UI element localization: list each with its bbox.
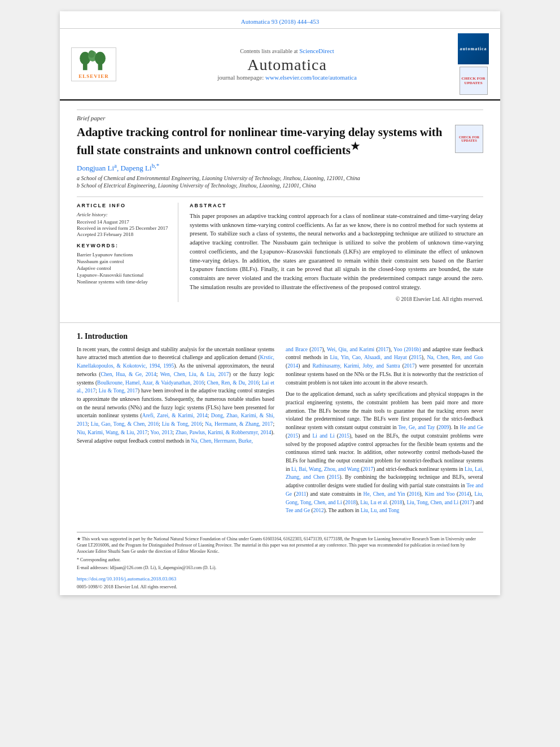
intro-right-col: and Brace (2017), Wei, Qiu, and Karimi (… bbox=[286, 346, 483, 515]
ref-na-chen-ren[interactable]: Na, Chen, Ren, and Guo bbox=[427, 355, 483, 360]
abstract-col: ABSTRACT This paper proposes an adaptive… bbox=[190, 203, 483, 302]
keyword-2: Nussbaum gain control bbox=[77, 259, 170, 264]
copyright: © 2018 Elsevier Ltd. All rights reserved… bbox=[190, 296, 483, 302]
ref-yoo2013[interactable]: Yoo, 2013 bbox=[150, 430, 172, 435]
doi-link-footer[interactable]: https://doi.org/10.1016/j.automatica.201… bbox=[77, 576, 176, 582]
journal-header: Automatica 93 (2018) 444–453 bbox=[60, 11, 500, 29]
title-star: ★ bbox=[351, 141, 360, 152]
page: Automatica 93 (2018) 444–453 ELSEVIER Co… bbox=[60, 11, 500, 595]
intro-left-col: In recent years, the control design and … bbox=[77, 346, 274, 515]
affiliation-a: a School of Chemical and Environmental E… bbox=[77, 175, 483, 181]
ref-arefi[interactable]: Arefi, Zarei, & Karimi, 2014 bbox=[142, 413, 208, 418]
author-dapeng[interactable]: Dapeng Li bbox=[120, 164, 151, 172]
journal-homepage: journal homepage: www.elsevier.com/locat… bbox=[116, 74, 458, 81]
keywords-heading: Keywords: bbox=[77, 243, 170, 248]
homepage-url[interactable]: www.elsevier.com/locate/automatica bbox=[265, 74, 357, 81]
contents-text: Contents lists available at bbox=[240, 48, 298, 54]
footnote-section: ★ This work was supported in part by the… bbox=[77, 532, 483, 571]
ref-liu-tong2017[interactable]: Liu & Tong, 2017 bbox=[99, 388, 138, 394]
revised-date: Received in revised form 25 December 201… bbox=[77, 225, 170, 231]
journal-title-area: Contents lists available at ScienceDirec… bbox=[116, 47, 458, 81]
ref-kim-yoo[interactable]: Kim and Yoo bbox=[425, 491, 454, 497]
affiliation-b: b School of Electrical Engineering, Liao… bbox=[77, 182, 483, 189]
introduction-section: 1. Introduction In recent years, the con… bbox=[60, 332, 500, 526]
accepted-date: Accepted 23 February 2018 bbox=[77, 231, 170, 237]
ref-brace-year[interactable]: 2017 bbox=[311, 347, 322, 352]
ref-krstic[interactable]: Krstic, Kanellakopoulos, & Kokotovic, 19… bbox=[77, 355, 274, 369]
ref-niu[interactable]: Niu, Karimi, Wang, & Liu, 2017 bbox=[77, 430, 147, 435]
footnote-email: E-mail addresses: ldljuan@126.com (D. Li… bbox=[77, 565, 483, 571]
ref-liu-lai-year[interactable]: 2015 bbox=[329, 474, 340, 480]
ref-chen2014[interactable]: Chen, Hua, & Ge, 2014 bbox=[100, 372, 156, 377]
article-info-col: ARTICLE INFO Article history: Received 1… bbox=[77, 203, 178, 302]
ref-liu-yin[interactable]: Liu, Yin, Cao, Alsaadi, and Hayat bbox=[330, 355, 406, 360]
doi-footer: https://doi.org/10.1016/j.automatica.201… bbox=[60, 573, 500, 584]
keyword-4: Lyapunov–Krasovskii functional bbox=[77, 272, 170, 278]
ref-he-ge-year[interactable]: 2015 bbox=[287, 433, 298, 439]
badge-area: automatica CHECK FORUPDATES bbox=[458, 33, 489, 95]
ref-liu-tong-chen[interactable]: Liu, Tong, Chen, and Li bbox=[406, 500, 458, 505]
authors: Dongjuan Lia, Dapeng Lib,* bbox=[77, 162, 483, 173]
ref-liu-gong-year[interactable]: 2018 bbox=[345, 500, 356, 505]
ref-li-bai-year[interactable]: 2017 bbox=[362, 466, 373, 472]
ref-boulkroune[interactable]: Boulkroune, Hamel, Azar, & Vaidyanathan,… bbox=[97, 380, 204, 386]
ref-na-herrmann[interactable]: Na, Herrmann, & Zhang, 2017 bbox=[205, 421, 273, 427]
ref-li-li[interactable]: Li and Li bbox=[313, 433, 335, 439]
check-updates-badge: CHECK FORUPDATES bbox=[460, 67, 488, 95]
ref-zhao[interactable]: Zhao, Pawlus, Karimi, & Robbersmyr, 2014 bbox=[176, 430, 272, 435]
elsevier-logo-area: ELSEVIER bbox=[71, 47, 116, 81]
ref-tee-ge2012-year[interactable]: 2012 bbox=[313, 508, 324, 513]
ref-wei[interactable]: Wei, Qiu, and Karimi bbox=[327, 347, 374, 352]
ref-liu-tong2016[interactable]: Liu & Tong, 2016 bbox=[162, 421, 202, 427]
journal-name: Automatica bbox=[116, 56, 458, 74]
ref-tee-ge-tay-year[interactable]: 2009 bbox=[439, 425, 449, 430]
ref-brace[interactable]: and Brace bbox=[286, 347, 308, 352]
ref-he-ge[interactable]: He and Ge bbox=[460, 425, 483, 430]
ref-wei-year[interactable]: 2017 bbox=[378, 347, 389, 352]
ref-rathinasamy-year[interactable]: 2017 bbox=[404, 363, 415, 369]
history-label: Article history: bbox=[77, 212, 170, 217]
ref-wen2017[interactable]: Wen, Chen, Liu, & Liu, 2017 bbox=[160, 372, 229, 377]
automatica-badge: automatica bbox=[458, 33, 489, 64]
keyword-5: Nonlinear systems with time-delay bbox=[77, 279, 170, 285]
abstract-heading: ABSTRACT bbox=[190, 203, 483, 208]
ref-na-chen-ren-year[interactable]: 2014 bbox=[287, 363, 298, 369]
footnote-corresponding: * Corresponding author. bbox=[77, 557, 483, 563]
ref-rathinasamy[interactable]: Rathinasamy, Karimi, Joby, and Santra bbox=[312, 363, 400, 369]
check-updates-small: CHECK FORUPDATES bbox=[455, 125, 483, 153]
ref-na-chen-herrmann[interactable]: Na, Chen, Herrmann, Burke, bbox=[191, 438, 252, 444]
svg-point-5 bbox=[88, 50, 94, 57]
ref-tee-ge2012[interactable]: Tee and Ge bbox=[286, 508, 310, 513]
elsevier-logo-box: ELSEVIER bbox=[71, 47, 116, 81]
ref-he-chen-yin[interactable]: He, Chen, and Yin bbox=[364, 491, 405, 497]
ref-he-chen-yin-year[interactable]: 2016 bbox=[409, 491, 419, 497]
intro-right-text: and Brace (2017), Wei, Qiu, and Karimi (… bbox=[286, 346, 483, 387]
ref-liu-gao[interactable]: Liu, Gao, Tong, & Chen, 2016 bbox=[91, 421, 159, 427]
sciencedirect-link[interactable]: ScienceDirect bbox=[299, 47, 334, 54]
ref-liu-lu-year[interactable]: 2018 bbox=[391, 500, 402, 505]
doi-link[interactable]: Automatica 93 (2018) 444–453 bbox=[241, 18, 319, 25]
ref-yoo2016b[interactable]: Yoo (2016b) bbox=[393, 347, 421, 352]
ref-liu-yin-year[interactable]: 2015 bbox=[411, 355, 422, 360]
ref-tee-ge-tay[interactable]: Tee, Ge, and Tay bbox=[398, 425, 435, 430]
elsevier-tree-icon bbox=[77, 50, 111, 72]
section-title: 1. Introduction bbox=[77, 332, 483, 341]
ref-tee-ge2011-year[interactable]: 2011 bbox=[296, 491, 307, 497]
ref-chen-ren[interactable]: Chen, Ren, & Du, 2016 bbox=[207, 380, 259, 386]
intro-left-text: In recent years, the control design and … bbox=[77, 346, 274, 445]
ref-liu-lu-tong[interactable]: Liu, Lu, and Tong bbox=[361, 508, 400, 513]
ref-liu-tong-chen-year[interactable]: 2017 bbox=[462, 500, 473, 505]
intro-right-p2: Due to the application demand, such as s… bbox=[286, 390, 483, 515]
elsevier-text: ELSEVIER bbox=[78, 73, 109, 79]
keyword-3: Adaptive control bbox=[77, 265, 170, 271]
ref-kim-yoo-year[interactable]: 2014 bbox=[458, 491, 469, 497]
article-info-heading: ARTICLE INFO bbox=[77, 203, 170, 208]
ref-liu-lu[interactable]: Liu, Lu et al. bbox=[360, 500, 388, 505]
keyword-1: Barrier Lyapunov functions bbox=[77, 252, 170, 257]
brief-paper-label: Brief paper bbox=[77, 110, 483, 121]
ref-li-li-year[interactable]: 2015 bbox=[339, 433, 349, 439]
abstract-text: This paper proposes an adaptive tracking… bbox=[190, 212, 483, 292]
author-dongjuan[interactable]: Dongjuan Li bbox=[77, 164, 114, 172]
ref-li-bai[interactable]: Li, Bai, Wang, Zhou, and Wang bbox=[291, 466, 360, 472]
article-info-abstract: ARTICLE INFO Article history: Received 1… bbox=[77, 196, 483, 302]
